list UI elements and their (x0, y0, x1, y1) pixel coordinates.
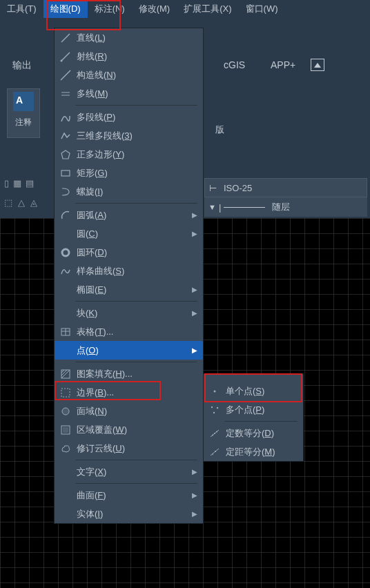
draw-menu-item[interactable]: 文字(X)▶ (55, 462, 203, 481)
menu-item-label: 定数等分(D) (226, 427, 298, 440)
draw-menu-item[interactable]: 构造线(N) (55, 66, 203, 84)
menu-annotate[interactable]: 标注(N) (88, 0, 132, 18)
mpoint-icon (208, 404, 222, 415)
menu-item-label: 文字(X) (77, 466, 192, 478)
draw-menu-item[interactable]: 块(K)▶ (55, 304, 203, 322)
annotation-panel[interactable]: 注释 (7, 88, 40, 138)
tool-icon[interactable]: ⬚ (4, 197, 12, 215)
toolbar-row-2: ⬚ △ ◬ (0, 197, 55, 215)
pline-icon (59, 112, 72, 123)
svg-line-1 (61, 52, 70, 61)
menu-item-label: 螺旋(I) (77, 186, 197, 198)
menu-separator (75, 483, 197, 484)
menu-item-label: 射线(R) (77, 50, 197, 63)
draw-menu-item[interactable]: 样条曲线(S) (55, 262, 203, 280)
output-tab[interactable]: 输出 (12, 59, 32, 72)
draw-menu-item[interactable]: 圆环(D) (55, 243, 203, 262)
draw-menu-item[interactable]: 圆弧(A)▶ (55, 206, 203, 224)
layer-dropdown[interactable]: ▼ | 随层 (204, 197, 367, 217)
point-submenu-item[interactable]: 定距等分(M) (204, 442, 303, 461)
toolbar-row-1: ▯ ▦ ▤ (0, 178, 55, 196)
cgis-tab[interactable]: cGIS (224, 59, 245, 70)
menu-item-label: 点(O) (77, 344, 192, 357)
draw-menu-item[interactable]: 螺旋(I) (55, 182, 203, 201)
svg-line-28 (211, 449, 219, 455)
point-submenu-item[interactable]: 多个点(P) (204, 400, 303, 419)
app-tab[interactable]: APP+ (271, 59, 295, 70)
tool-icon[interactable]: ◬ (30, 197, 37, 215)
menu-item-label: 面域(N) (77, 405, 197, 418)
svg-line-13 (61, 370, 64, 373)
layer-value: 随层 (272, 201, 290, 213)
menu-item-label: 三维多段线(3) (77, 130, 197, 142)
menu-item-label: 块(K) (77, 307, 192, 320)
draw-menu-item[interactable]: 边界(B)... (55, 383, 203, 402)
svg-marker-6 (61, 150, 70, 159)
3dpline-icon (59, 130, 72, 141)
menu-draw[interactable]: 绘图(D) (43, 0, 88, 18)
draw-menu-item[interactable]: 圆(C)▶ (55, 224, 203, 243)
menu-item-label: 圆(C) (77, 228, 192, 240)
draw-menu-item[interactable]: 区域覆盖(W) (55, 420, 203, 439)
hatch-icon (59, 369, 72, 380)
svg-line-14 (61, 370, 67, 375)
svg-point-20 (214, 390, 216, 392)
menu-item-label: 样条曲线(S) (77, 265, 197, 277)
draw-menu-item[interactable]: 多段线(P) (55, 108, 203, 126)
menu-modify[interactable]: 修改(M) (132, 0, 177, 18)
svg-point-25 (212, 434, 213, 435)
draw-menu-item[interactable]: 实体(I)▶ (55, 504, 203, 523)
menu-separator (75, 460, 197, 460)
menu-tools[interactable]: 工具(T) (0, 0, 43, 18)
point-submenu-item[interactable]: 单个点(S) (204, 382, 303, 400)
picture-icon[interactable] (311, 59, 324, 71)
menu-item-label: 矩形(G) (77, 167, 197, 179)
draw-menu-item[interactable]: 曲面(F)▶ (55, 486, 203, 504)
menu-item-label: 表格(T)... (77, 326, 197, 338)
draw-menu-item[interactable]: 三维多段线(3) (55, 126, 203, 145)
rect-icon (59, 168, 72, 179)
menu-item-label: 实体(I) (77, 508, 192, 520)
submenu-arrow-icon: ▶ (192, 211, 197, 219)
xline-icon (59, 70, 72, 81)
draw-menu-item[interactable]: 直线(L) (55, 28, 203, 47)
draw-menu-item[interactable]: 修订云线(U) (55, 439, 203, 458)
submenu-arrow-icon: ▶ (192, 468, 197, 476)
draw-menu-item[interactable]: 多线(M) (55, 84, 203, 103)
draw-menu-item[interactable]: 射线(R) (55, 47, 203, 66)
menu-item-label: 区域覆盖(W) (77, 424, 197, 436)
svg-point-22 (217, 406, 218, 408)
menu-item-label: 直线(L) (77, 32, 197, 44)
menu-window[interactable]: 窗口(W) (239, 0, 285, 18)
point-icon (208, 386, 222, 397)
tool-icon[interactable]: ▦ (13, 178, 21, 196)
menu-separator (75, 105, 197, 106)
iso-dropdown[interactable]: ⊢ ISO-25 (204, 178, 367, 197)
svg-point-27 (216, 431, 217, 432)
spline-icon (59, 266, 72, 277)
svg-line-3 (61, 70, 70, 80)
divide-icon (208, 428, 222, 439)
menu-item-label: 多线(M) (77, 88, 197, 100)
draw-menu-item[interactable]: 点(O)▶ (55, 341, 203, 360)
draw-menu-item[interactable]: 矩形(G) (55, 164, 203, 182)
menu-item-label: 多个点(P) (226, 404, 298, 416)
menu-separator (75, 362, 197, 362)
draw-menu-item[interactable]: 椭圆(E)▶ (55, 280, 203, 299)
draw-menu-item[interactable]: 正多边形(Y) (55, 145, 203, 164)
submenu-arrow-icon: ▶ (192, 286, 197, 293)
draw-menu-item[interactable]: 表格(T)... (55, 322, 203, 341)
region-icon (59, 406, 72, 417)
tool-icon[interactable]: ▯ (4, 178, 9, 196)
draw-menu-item[interactable]: 面域(N) (55, 402, 203, 420)
divider: | (219, 202, 221, 213)
menu-item-label: 边界(B)... (77, 386, 197, 399)
tool-icon[interactable]: ▤ (26, 178, 34, 196)
iso-value: ISO-25 (224, 183, 252, 193)
line-icon (59, 32, 72, 43)
tool-icon[interactable]: △ (18, 197, 25, 215)
dropdown-arrow-icon: ▼ (208, 203, 216, 211)
point-submenu-item[interactable]: 定数等分(D) (204, 424, 303, 442)
menu-extra[interactable]: 扩展工具(X) (177, 0, 238, 18)
draw-menu-item[interactable]: 图案填充(H)... (55, 364, 203, 383)
